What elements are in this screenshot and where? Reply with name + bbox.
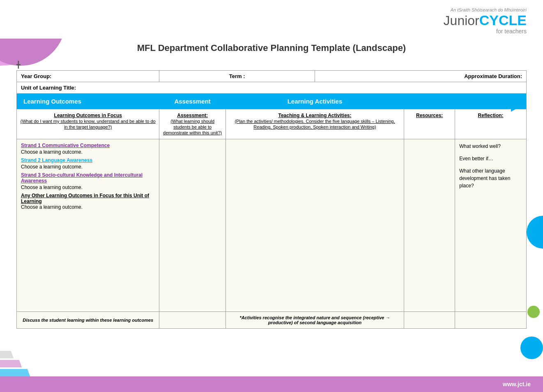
footer-row: Discuss the student learning within thes… [17, 312, 527, 329]
reflection-what-worked: What worked well? [459, 143, 522, 150]
blue-header-resources-spacer [404, 94, 455, 109]
unit-title-label: Unit of Learning Title: [21, 85, 76, 91]
blue-header-row: Learning Outcomes Assessment Learning Ac… [17, 94, 527, 109]
col-header-teaching: Teaching & Learning Activities: (Plan th… [225, 109, 404, 139]
content-row: Strand 1 Communicative Competence Choose… [17, 139, 527, 312]
year-term-row: Year Group: Term : Approximate Duration: [17, 71, 527, 82]
col-header-assessment: Assessment: (What learning should studen… [159, 109, 225, 139]
plus-icon[interactable]: ╋ [16, 61, 21, 69]
strand1-link[interactable]: Strand 1 Communicative Competence [21, 143, 155, 148]
footer-resources-empty [404, 312, 455, 329]
assessment-content-cell[interactable] [159, 139, 225, 312]
decorative-blue-circle-right2 [520, 337, 543, 359]
bottom-bar: www.jct.ie [0, 376, 543, 392]
strand1-choose[interactable]: Choose a learning outcome. [21, 149, 155, 155]
logo-subtitle: An tSraith Shóisearach do Mhúinteoirí [444, 7, 527, 12]
logo-area: An tSraith Shóisearach do Mhúinteoirí Ju… [444, 7, 527, 35]
strand2-choose[interactable]: Choose a learning outcome. [21, 164, 155, 170]
term-label: Term : [229, 73, 245, 79]
decorative-rect-bottomleft1 [0, 369, 30, 376]
approx-duration-label: Approximate Duration: [464, 73, 522, 79]
reflection-even-better: Even better if… [459, 155, 522, 162]
col-header-reflection: Reflection: [455, 109, 527, 139]
reflection-content-cell: What worked well? Even better if… What o… [455, 139, 527, 312]
decorative-green-circle-right [527, 306, 540, 318]
strand3-choose[interactable]: Choose a learning outcome. [21, 184, 155, 190]
logo-cycle-text: CYCLE [479, 12, 527, 28]
blue-header-lo: Learning Outcomes [17, 94, 159, 109]
page-title: MFL Department Collaborative Planning Te… [0, 39, 543, 61]
blue-header-assessment: Assessment [159, 94, 225, 109]
strand3-link[interactable]: Strand 3 Socio-cultural Knowledge and In… [21, 172, 155, 184]
decorative-rect-bottomleft3 [0, 351, 14, 358]
footer-right: *Activities recognise the integrated nat… [225, 312, 404, 329]
unit-title-row: Unit of Learning Title: [17, 82, 527, 94]
logo-for-teachers: for teachers [444, 28, 527, 35]
any-other-label[interactable]: Any Other Learning Outcomes in Focus for… [21, 193, 155, 204]
footer-reflection-empty [455, 312, 527, 329]
col-header-resources: Resources: [404, 109, 455, 139]
lo-content-cell: Strand 1 Communicative Competence Choose… [17, 139, 159, 312]
strand2-link[interactable]: Strand 2 Language Awareness [21, 157, 155, 163]
logo-text: JuniorCYCLE [444, 13, 527, 27]
col-header-row: Learning Outcomes in Focus (What do I wa… [17, 109, 527, 139]
table-container: ╋ Year Group: Term : Approximate Duratio… [16, 61, 527, 329]
resources-content-cell[interactable] [404, 139, 455, 312]
col-header-lo: Learning Outcomes in Focus (What do I wa… [17, 109, 159, 139]
teaching-content-cell[interactable] [225, 139, 404, 312]
main-table: Year Group: Term : Approximate Duration:… [16, 70, 527, 329]
footer-assessment-empty [159, 312, 225, 329]
header: An tSraith Shóisearach do Mhúinteoirí Ju… [0, 0, 543, 39]
year-group-label: Year Group: [21, 73, 51, 79]
footer-left: Discuss the student learning within thes… [17, 312, 159, 329]
page: An tSraith Shóisearach do Mhúinteoirí Ju… [0, 0, 543, 392]
reflection-what-other: What other language development has take… [459, 167, 522, 189]
blue-header-activities: Learning Activities [225, 94, 404, 109]
decorative-rect-bottomleft2 [0, 360, 22, 367]
reflection-text: What worked well? Even better if… What o… [459, 143, 522, 189]
decorative-blue-bar-right [527, 216, 543, 249]
blue-header-arrow-cell [455, 94, 527, 109]
any-other-choose[interactable]: Choose a learning outcome. [21, 204, 155, 210]
bottom-bar-url[interactable]: www.jct.ie [503, 381, 531, 387]
logo-junior-text: Junior [444, 13, 479, 28]
